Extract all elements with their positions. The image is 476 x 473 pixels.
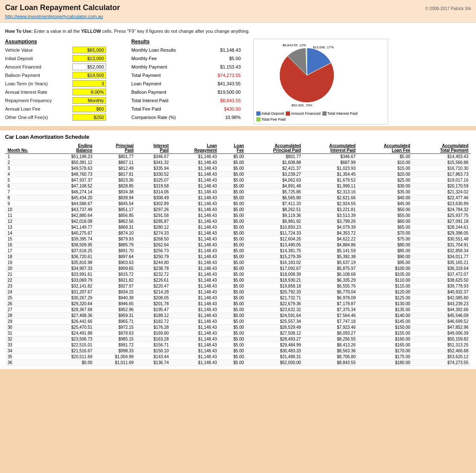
table-row: 23$32,141.82$927.97$220.47$1,148.43$5.00… xyxy=(5,283,471,289)
table-cell: $1,148.43 xyxy=(171,360,219,366)
table-cell: $4,062.63 xyxy=(247,177,304,183)
table-cell: $37,472.07 xyxy=(413,272,471,277)
result-value: $41,343.55 xyxy=(207,81,241,86)
table-cell: $1,148.43 xyxy=(171,342,219,348)
table-cell: $5,637.19 xyxy=(303,260,358,266)
table-cell: $5.00 xyxy=(219,348,246,354)
table-cell: $155.00 xyxy=(358,330,413,336)
table-cell: $1,148.43 xyxy=(171,289,219,295)
table-cell: $5.00 xyxy=(219,225,246,230)
table-cell: 7 xyxy=(5,189,50,195)
table-cell: $29,320.64 xyxy=(50,301,95,307)
table-cell: $5.00 xyxy=(219,248,246,254)
table-cell: $1,148.43 xyxy=(171,336,219,342)
table-cell: $952.96 xyxy=(95,307,136,313)
table-cell: $45.00 xyxy=(358,201,413,207)
table-cell: $5.00 xyxy=(219,219,246,225)
table-cell: $1,608.88 xyxy=(247,160,304,166)
table-cell: $1,148.43 xyxy=(171,260,219,266)
pie-label-1: $52,000, 70% xyxy=(292,103,312,107)
table-cell: $143.44 xyxy=(136,354,171,360)
assumptions-title: Assumptions xyxy=(5,39,123,45)
table-cell: $7,564.46 xyxy=(303,313,358,319)
table-cell: 2 xyxy=(5,160,50,166)
table-cell: $17,092.67 xyxy=(247,266,304,272)
table-cell: $1,148.43 xyxy=(171,236,219,242)
table-cell: $268.50 xyxy=(136,236,171,242)
table-cell: $5.00 xyxy=(219,319,246,325)
table-cell: $37,618.25 xyxy=(50,248,95,254)
assumption-value[interactable]: Monthly xyxy=(72,97,106,104)
table-cell: $5.00 xyxy=(219,207,246,213)
table-cell: $22,477.46 xyxy=(413,195,471,201)
table-cell: 18 xyxy=(5,254,50,260)
table-cell: $5.00 xyxy=(219,254,246,260)
table-row: 26$29,320.64$946.65$201.78$1,148.43$5.00… xyxy=(5,301,471,307)
table-cell: $7,411.33 xyxy=(247,201,304,207)
table-cell: $1,148.43 xyxy=(171,248,219,254)
table-cell: $11,724.33 xyxy=(247,230,304,236)
table-cell: $39,778.93 xyxy=(413,283,471,289)
table-cell: $7,923.46 xyxy=(303,325,358,330)
table-cell: $5.00 xyxy=(219,360,246,366)
table-cell: $985.15 xyxy=(95,336,136,342)
table-cell: $5.00 xyxy=(358,154,413,160)
table-cell: 29 xyxy=(5,319,50,325)
table-cell: $95.00 xyxy=(358,260,413,266)
table-cell: $176.28 xyxy=(136,325,171,330)
table-cell: $5.00 xyxy=(219,154,246,160)
assumption-row: Annual Loan Fee$60 xyxy=(5,105,123,113)
table-cell: $65.00 xyxy=(358,225,413,230)
table-row: 4$48,760.73$817.91$330.52$1,148.43$5.00$… xyxy=(5,172,471,177)
table-cell: $297.26 xyxy=(136,207,171,213)
table-cell: $38,625.50 xyxy=(413,277,471,283)
table-cell: $40,275.67 xyxy=(50,230,95,236)
col-interest-paid: InterestPaid xyxy=(154,143,169,153)
table-cell: $1,004.99 xyxy=(95,354,136,360)
assumption-value[interactable]: $250 xyxy=(72,114,106,121)
table-cell: $5,141.59 xyxy=(303,248,358,254)
table-cell: $256.73 xyxy=(136,248,171,254)
table-cell: $120.00 xyxy=(358,289,413,295)
table-row: 6$47,108.52$828.85$319.58$1,148.43$5.00$… xyxy=(5,183,471,189)
result-value: $5.00 xyxy=(207,56,241,61)
table-row: 7$46,274.14$834.38$314.06$1,148.43$5.00$… xyxy=(5,189,471,195)
table-cell: $2,313.16 xyxy=(303,189,358,195)
assumption-value[interactable]: $19,500 xyxy=(72,72,106,79)
assumption-value: $52,000 xyxy=(72,63,106,70)
assumption-label: Repayment Frequency xyxy=(5,98,72,103)
table-cell: $46,699.52 xyxy=(413,319,471,325)
assumption-value[interactable]: $60 xyxy=(72,106,106,112)
table-cell: $845.54 xyxy=(95,201,136,207)
table-cell: $5.00 xyxy=(219,283,246,289)
table-cell: $1,148.43 xyxy=(171,313,219,319)
table-cell: $5.00 xyxy=(219,177,246,183)
table-cell: $1,148.43 xyxy=(171,348,219,354)
website-url[interactable]: http://www.investmentpropertycalculator.… xyxy=(5,14,103,19)
table-cell: 12 xyxy=(5,219,50,225)
assumption-value[interactable]: $65,000 xyxy=(72,47,106,53)
assumption-value[interactable]: $13,000 xyxy=(72,55,106,62)
table-cell: $5.00 xyxy=(219,160,246,166)
table-cell: $24,491.88 xyxy=(50,330,95,336)
table-cell: $1,148.43 xyxy=(171,295,219,301)
table-cell: $5.00 xyxy=(219,172,246,177)
assumption-value[interactable]: 3 xyxy=(72,80,106,87)
table-cell: $335.94 xyxy=(136,166,171,172)
table-cell: $874.10 xyxy=(95,230,136,236)
table-cell: $38,509.95 xyxy=(50,242,95,248)
table-cell: $105.00 xyxy=(358,272,413,277)
result-value: $1,148.43 xyxy=(207,48,241,53)
table-cell: $5.00 xyxy=(219,307,246,313)
col-principal-paid: PrincipalPaid xyxy=(116,143,133,153)
table-cell: $23,632.32 xyxy=(247,307,304,313)
table-cell: 5 xyxy=(5,177,50,183)
assumption-value[interactable]: 8.00% xyxy=(72,89,106,95)
table-row: 15$39,395.74$879.93$268.50$1,148.43$5.00… xyxy=(5,236,471,242)
table-cell: 31 xyxy=(5,330,50,336)
table-cell: $30.00 xyxy=(358,183,413,189)
table-row: 17$37,618.25$891.70$256.73$1,148.43$5.00… xyxy=(5,248,471,254)
table-cell: $9,119.36 xyxy=(247,213,304,219)
table-cell: $817.91 xyxy=(95,172,136,177)
table-cell: $10.00 xyxy=(358,160,413,166)
